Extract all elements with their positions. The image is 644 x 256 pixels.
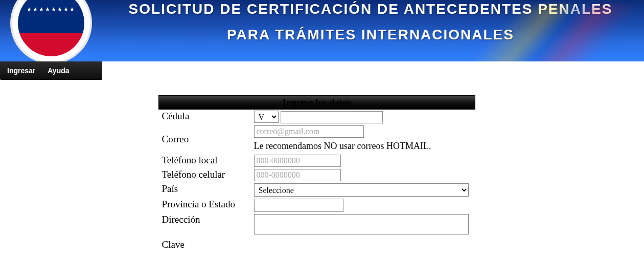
tel-local-input[interactable] bbox=[254, 155, 341, 167]
provincia-input[interactable] bbox=[254, 199, 343, 212]
label-provincia: Provincia o Estado bbox=[159, 198, 251, 213]
label-tel-local: Teléfono local bbox=[159, 154, 251, 168]
cedula-type-select[interactable]: V bbox=[254, 111, 279, 123]
nav-ayuda[interactable]: Ayuda bbox=[48, 67, 69, 75]
title-line-2: PARA TRÁMITES INTERNACIONALES bbox=[107, 26, 634, 44]
tel-celular-input[interactable] bbox=[254, 169, 341, 181]
label-correo: Correo bbox=[159, 124, 251, 154]
label-cedula: Cédula bbox=[159, 110, 251, 125]
label-pais: País bbox=[159, 182, 251, 198]
email-input[interactable] bbox=[254, 125, 364, 138]
label-tel-celular: Teléfono celular bbox=[159, 168, 251, 182]
email-note: Le recomendamos NO usar correos HOTMAIL. bbox=[254, 141, 472, 152]
label-clave: Clave bbox=[159, 238, 251, 251]
form-header: Ingrese los datos bbox=[159, 96, 475, 110]
form-container: Ingrese los datos Cédula V Correo Le rec… bbox=[0, 95, 644, 251]
label-direccion: Dirección bbox=[159, 213, 251, 238]
navbar: Ingresar Ayuda bbox=[0, 61, 102, 80]
seal-stars-icon: ★★★★★★★★ bbox=[27, 6, 76, 13]
direccion-input[interactable] bbox=[254, 214, 469, 234]
header-banner: ★★★★★★★★ SOLICITUD DE CERTIFICACIÓN DE A… bbox=[0, 0, 644, 61]
government-seal: ★★★★★★★★ bbox=[10, 0, 92, 61]
cedula-input[interactable] bbox=[281, 111, 383, 123]
title-line-1: SOLICITUD DE CERTIFICACIÓN DE ANTECEDENT… bbox=[129, 1, 613, 17]
pais-select[interactable]: Seleccione bbox=[254, 183, 469, 197]
page-title: SOLICITUD DE CERTIFICACIÓN DE ANTECEDENT… bbox=[107, 0, 634, 45]
nav-ingresar[interactable]: Ingresar bbox=[7, 67, 35, 75]
